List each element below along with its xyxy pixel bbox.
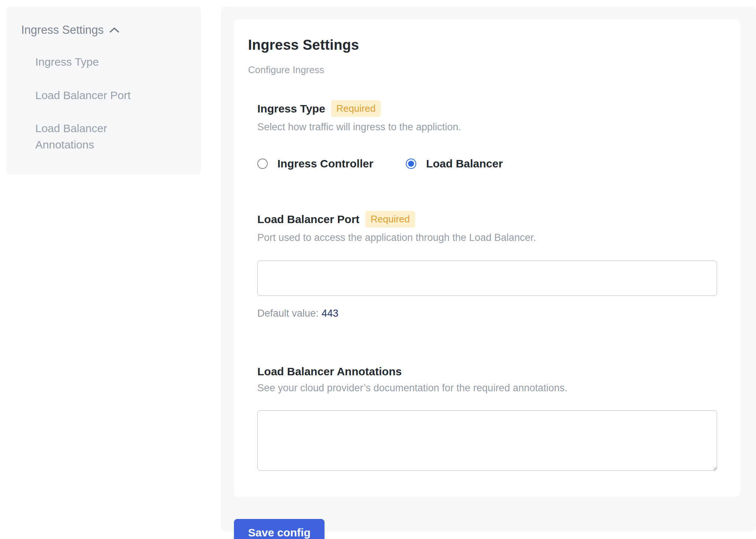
required-badge: Required	[365, 211, 415, 228]
form-sections: Ingress Type Required Select how traffic…	[248, 100, 716, 471]
settings-sidebar: Ingress Settings Ingress Type Load Balan…	[6, 6, 201, 175]
default-value-label: Default value:	[257, 308, 319, 319]
ingress-type-heading: Ingress Type	[257, 102, 325, 115]
lb-port-input[interactable]	[257, 261, 717, 296]
page-subtitle: Configure Ingress	[248, 64, 716, 76]
lb-annotations-heading: Load Balancer Annotations	[257, 365, 402, 378]
radio-icon[interactable]	[257, 159, 268, 169]
lb-port-heading: Load Balancer Port	[257, 213, 359, 226]
radio-option-load-balancer[interactable]: Load Balancer	[406, 157, 503, 170]
sidebar-item-load-balancer-port[interactable]: Load Balancer Port	[35, 87, 162, 104]
ingress-settings-panel: Ingress Settings Configure Ingress Ingre…	[221, 6, 756, 532]
page-title: Ingress Settings	[248, 37, 716, 53]
radio-label: Load Balancer	[426, 157, 503, 170]
sidebar-group-ingress-settings[interactable]: Ingress Settings	[21, 23, 186, 37]
section-load-balancer-annotations: Load Balancer Annotations See your cloud…	[257, 365, 716, 471]
lb-port-description: Port used to access the application thro…	[257, 232, 716, 244]
ingress-type-description: Select how traffic will ingress to the a…	[257, 121, 716, 133]
lb-annotations-textarea[interactable]	[257, 410, 717, 471]
lb-annotations-description: See your cloud provider’s documentation …	[257, 382, 716, 394]
section-load-balancer-port: Load Balancer Port Required Port used to…	[257, 211, 716, 319]
sidebar-group-label: Ingress Settings	[21, 23, 104, 37]
ingress-settings-card: Ingress Settings Configure Ingress Ingre…	[234, 19, 740, 497]
chevron-up-icon	[109, 26, 120, 34]
radio-icon[interactable]	[406, 159, 416, 169]
lb-port-default-row: Default value:443	[257, 308, 716, 319]
sidebar-item-ingress-type[interactable]: Ingress Type	[35, 54, 162, 70]
save-config-button[interactable]: Save config	[234, 519, 325, 539]
radio-option-ingress-controller[interactable]: Ingress Controller	[257, 157, 373, 170]
radio-label: Ingress Controller	[277, 157, 373, 170]
sidebar-item-list: Ingress Type Load Balancer Port Load Bal…	[21, 54, 186, 153]
required-badge: Required	[331, 100, 381, 117]
sidebar-item-load-balancer-annotations[interactable]: Load Balancer Annotations	[35, 120, 162, 153]
ingress-type-radio-group: Ingress Controller Load Balancer	[257, 157, 716, 170]
default-value: 443	[322, 308, 338, 319]
section-ingress-type: Ingress Type Required Select how traffic…	[257, 100, 716, 170]
